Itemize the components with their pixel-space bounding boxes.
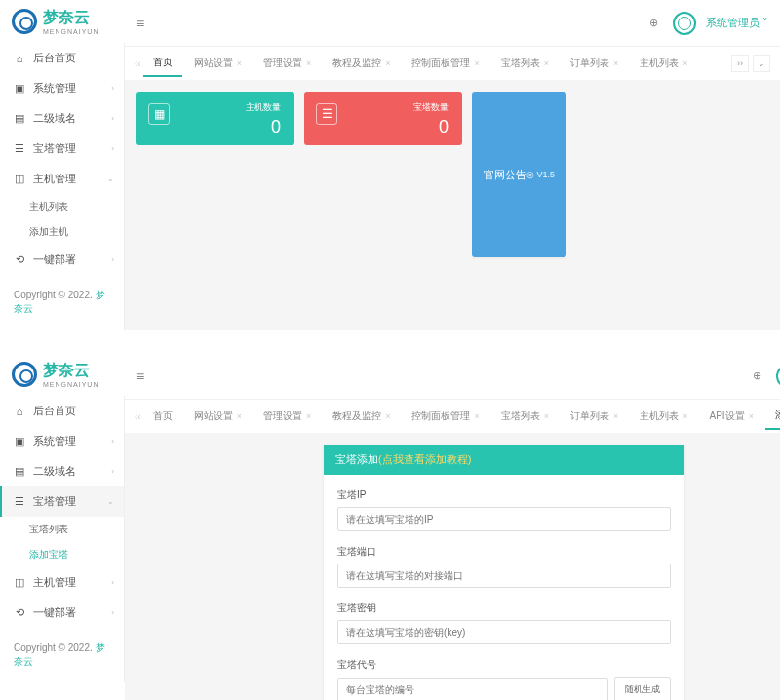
tab-home[interactable]: 首页 (143, 404, 182, 429)
tab-admin[interactable]: 管理设置× (254, 51, 321, 76)
content: 宝塔添加(点我查看添加教程) 宝塔IP 宝塔端口 宝塔密钥 (125, 433, 780, 700)
sidebar-item-system[interactable]: ▣系统管理› (0, 426, 124, 456)
close-icon[interactable]: × (749, 411, 754, 421)
brand-sub: MENGNAIYUN (43, 381, 98, 388)
avatar[interactable] (776, 365, 780, 388)
close-icon[interactable]: × (544, 411, 549, 421)
logo[interactable]: 梦奈云 MENGNAIYUN (0, 353, 125, 396)
field-ip: 宝塔IP (337, 488, 671, 531)
close-icon[interactable]: × (544, 58, 549, 68)
card-hosts[interactable]: ▦ 主机数量 0 (136, 92, 294, 145)
brand-sub: MENGNAIYUN (43, 28, 98, 35)
card-bt[interactable]: ☰ 宝塔数量 0 (304, 92, 462, 145)
close-icon[interactable]: × (613, 58, 618, 68)
close-icon[interactable]: × (306, 58, 311, 68)
sidebar-sub-hostlist[interactable]: 主机列表 (0, 194, 124, 219)
close-icon[interactable]: × (682, 58, 687, 68)
sidebar-item-host[interactable]: ◫主机管理⌄ (0, 164, 124, 194)
globe-icon[interactable]: ⊕ (753, 369, 766, 383)
sidebar-item-deploy[interactable]: ⟲一键部署› (0, 245, 124, 275)
sidebar: ⌂后台首页 ▣系统管理› ▤二级域名› ☰宝塔管理› ◫主机管理⌄ 主机列表 添… (0, 43, 125, 330)
domain-icon: ▤ (14, 466, 25, 478)
close-icon[interactable]: × (237, 411, 242, 421)
tab-site[interactable]: 网站设置× (184, 51, 252, 76)
tab-tutorial[interactable]: 教程及监控× (323, 51, 400, 76)
sidebar-item-domain[interactable]: ▤二级域名› (0, 103, 124, 134)
announce-header[interactable]: 官网公告 ◎ V1.5 (472, 92, 566, 257)
copyright: Copyright © 2022. 梦奈云 (0, 628, 124, 682)
close-icon[interactable]: × (306, 411, 311, 421)
logo-icon (12, 9, 37, 34)
chevron-right-icon: › (111, 437, 114, 446)
announce-card: 官网公告 ◎ V1.5 (472, 92, 566, 259)
close-icon[interactable]: × (474, 411, 479, 421)
tab-addbt[interactable]: 添加宝塔× (765, 403, 780, 430)
logo[interactable]: 梦奈云 MENGNAIYUN (0, 0, 125, 43)
logo-icon (12, 362, 37, 387)
sidebar-col: 梦奈云 MENGNAIYUN ⌂后台首页 ▣系统管理› ▤二级域名› ☰宝塔管理… (0, 0, 125, 330)
sidebar-item-deploy[interactable]: ⟲一键部署› (0, 598, 124, 628)
list-icon: ☰ (14, 143, 25, 155)
version-badge: ◎ V1.5 (526, 170, 555, 179)
tab-hostlist[interactable]: 主机列表× (630, 404, 697, 429)
tab-orders[interactable]: 订单列表× (561, 404, 628, 429)
menu-toggle-icon[interactable]: ≡ (136, 369, 144, 384)
sidebar-item-home[interactable]: ⌂后台首页 (0, 396, 124, 426)
tab-tutorial[interactable]: 教程及监控× (323, 404, 400, 429)
close-icon[interactable]: × (385, 58, 390, 68)
close-icon[interactable]: × (682, 411, 687, 421)
port-input[interactable] (337, 564, 671, 588)
tab-hostlist[interactable]: 主机列表× (630, 51, 697, 76)
user-menu[interactable]: 系统管理员 ˅ (706, 16, 768, 30)
close-icon[interactable]: × (237, 58, 242, 68)
brand-name: 梦奈云 (43, 361, 98, 381)
tab-api[interactable]: API设置× (700, 404, 763, 429)
chevron-right-icon: › (111, 608, 114, 617)
sidebar-sub-addbt[interactable]: 添加宝塔 (0, 542, 124, 567)
menu-toggle-icon[interactable]: ≡ (136, 16, 144, 31)
tabs-scroll-left[interactable]: ‹‹ (135, 411, 141, 422)
ip-input[interactable] (337, 507, 671, 531)
chevron-down-icon: ⌄ (107, 175, 114, 183)
tabs-menu[interactable]: ⌄ (753, 55, 770, 72)
sidebar-col: 梦奈云 MENGNAIYUN ⌂后台首页 ▣系统管理› ▤二级域名› ☰宝塔管理… (0, 353, 125, 700)
sidebar-item-domain[interactable]: ▤二级域名› (0, 456, 124, 486)
sidebar-item-host[interactable]: ◫主机管理› (0, 567, 124, 598)
bt-icon: ☰ (316, 103, 337, 125)
dashboard-cards: ▦ 主机数量 0 ☰ 宝塔数量 0 官网公告 ◎ V1.5 (136, 92, 768, 259)
sidebar-item-system[interactable]: ▣系统管理› (0, 73, 124, 103)
add-bt-form: 宝塔添加(点我查看添加教程) 宝塔IP 宝塔端口 宝塔密钥 (324, 445, 684, 700)
dashboard-panel: 梦奈云 MENGNAIYUN ⌂后台首页 ▣系统管理› ▤二级域名› ☰宝塔管理… (0, 0, 780, 330)
sidebar-item-bt[interactable]: ☰宝塔管理› (0, 134, 124, 164)
copyright: Copyright © 2022. 梦奈云 (0, 275, 124, 330)
tab-site[interactable]: 网站设置× (184, 404, 252, 429)
server-icon: ▦ (148, 103, 170, 125)
tab-btlist[interactable]: 宝塔列表× (491, 51, 559, 76)
tutorial-link[interactable]: (点我查看添加教程) (378, 453, 471, 465)
tabs-scroll-right[interactable]: ›› (731, 55, 749, 72)
tab-btlist[interactable]: 宝塔列表× (491, 404, 559, 429)
tab-admin[interactable]: 管理设置× (254, 404, 321, 429)
tab-home[interactable]: 首页 (143, 50, 182, 77)
avatar[interactable] (673, 12, 696, 35)
tab-orders[interactable]: 订单列表× (561, 51, 628, 76)
key-input[interactable] (337, 620, 671, 644)
field-key: 宝塔密钥 (337, 602, 671, 644)
code-input[interactable] (337, 678, 608, 700)
random-generate-button[interactable]: 随机生成 (614, 677, 671, 700)
close-icon[interactable]: × (385, 411, 390, 421)
sidebar-sub-addhost[interactable]: 添加主机 (0, 219, 124, 245)
sidebar-sub-btlist[interactable]: 宝塔列表 (0, 517, 124, 542)
field-port: 宝塔端口 (337, 545, 671, 588)
tab-cpanel[interactable]: 控制面板管理× (402, 51, 488, 76)
content: ▦ 主机数量 0 ☰ 宝塔数量 0 官网公告 ◎ V1.5 (125, 80, 780, 330)
announce-body (472, 257, 566, 259)
close-icon[interactable]: × (613, 411, 618, 421)
tab-cpanel[interactable]: 控制面板管理× (402, 404, 488, 429)
sidebar-item-home[interactable]: ⌂后台首页 (0, 43, 124, 73)
globe-icon[interactable]: ⊕ (649, 17, 663, 30)
sidebar-item-bt[interactable]: ☰宝塔管理⌄ (0, 486, 124, 517)
tabs-scroll-left[interactable]: ‹‹ (135, 58, 141, 69)
chevron-right-icon: › (111, 144, 114, 153)
close-icon[interactable]: × (474, 58, 479, 68)
